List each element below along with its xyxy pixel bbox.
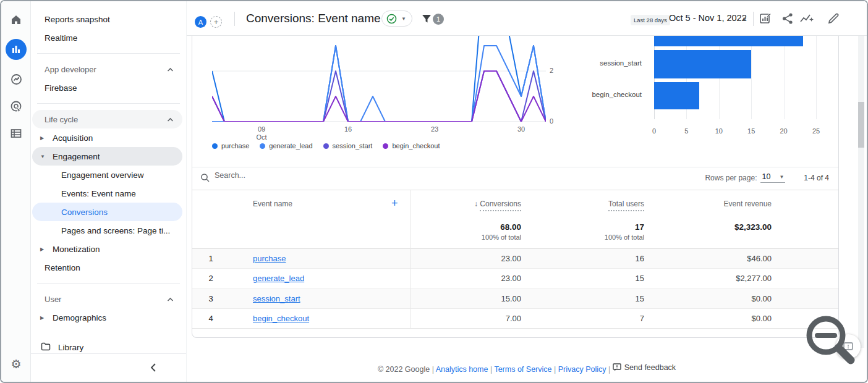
bar-begin_checkout[interactable] bbox=[654, 82, 699, 109]
sidebar-item-engagement-overview[interactable]: Engagement overview bbox=[32, 166, 182, 184]
bar-x-axis-tick: 15 bbox=[742, 127, 760, 135]
rows-per-page-select[interactable]: 10 ▼ bbox=[760, 172, 785, 183]
legend-item-generate_lead[interactable]: generate_lead bbox=[260, 142, 312, 149]
report-header: A + Conversions: Event name ▼ 1 Last 28 … bbox=[187, 1, 867, 36]
table-totals-row: 68.00 100% of total 17 100% of total $2,… bbox=[192, 217, 839, 248]
search-icon bbox=[200, 173, 210, 185]
totals-conversions-pct: 100% of total bbox=[411, 234, 521, 241]
sidebar-item-label: Engagement overview bbox=[61, 170, 144, 180]
edit-pencil-icon[interactable] bbox=[827, 12, 840, 25]
legend-item-purchase[interactable]: purchase bbox=[212, 142, 249, 149]
insights-icon[interactable] bbox=[799, 12, 813, 25]
sidebar-item-monetization[interactable]: ▶Monetization bbox=[32, 240, 182, 258]
sidebar-item-pages-and-screens-page-ti[interactable]: Pages and screens: Page ti... bbox=[32, 221, 182, 240]
legend-item-begin_checkout[interactable]: begin_checkout bbox=[383, 142, 440, 149]
column-header-total-users[interactable]: Total users bbox=[528, 200, 651, 208]
total-users-cell: 15 bbox=[528, 294, 651, 303]
home-icon[interactable] bbox=[1, 6, 31, 33]
legend-label: begin_checkout bbox=[392, 142, 440, 149]
property-avatar[interactable]: A bbox=[195, 16, 206, 28]
bar-x-axis-tick: 0 bbox=[645, 127, 663, 135]
conversions-cell: 15.00 bbox=[411, 294, 528, 303]
legend-dot-icon bbox=[323, 143, 329, 149]
share-icon[interactable] bbox=[781, 12, 794, 25]
sidebar-item-reports-snapshot[interactable]: Reports snapshot bbox=[32, 10, 182, 28]
sidebar-item-demographics[interactable]: ▶Demographics bbox=[32, 308, 182, 327]
sidebar-item-realtime[interactable]: Realtime bbox=[32, 28, 182, 47]
sidebar-item-label: Demographics bbox=[53, 313, 106, 322]
sidebar-item-conversions[interactable]: Conversions bbox=[32, 203, 182, 221]
valid-check-icon bbox=[386, 14, 397, 24]
column-header-conversions[interactable]: ↓ Conversions bbox=[411, 200, 528, 208]
sidebar-item-label: Events: Event name bbox=[61, 189, 136, 198]
sidebar-spacer bbox=[31, 327, 186, 338]
sidebar-item-acquisition[interactable]: ▶Acquisition bbox=[32, 128, 182, 147]
event-name-cell: session_start bbox=[229, 294, 411, 303]
bar-generate_lead[interactable] bbox=[654, 36, 803, 46]
search-input[interactable] bbox=[215, 171, 400, 180]
sidebar-divider bbox=[37, 103, 180, 104]
date-range-selector[interactable]: Oct 5 - Nov 1, 2022 bbox=[669, 13, 747, 23]
sidebar-item-engagement[interactable]: ▼Engagement bbox=[32, 147, 182, 166]
bar-x-axis-tick: 25 bbox=[807, 127, 825, 135]
totals-users-pct: 100% of total bbox=[528, 234, 644, 241]
add-comparison-button[interactable]: + bbox=[210, 16, 222, 28]
collapse-sidebar-icon[interactable] bbox=[149, 363, 158, 374]
sidebar-item-firebase[interactable]: Firebase bbox=[32, 78, 182, 97]
column-header-event-name[interactable]: Event name bbox=[229, 200, 411, 208]
sidebar-item-events-event-name[interactable]: Events: Event name bbox=[32, 184, 182, 203]
settings-gear-icon[interactable]: ⚙ bbox=[1, 357, 31, 371]
footer-link-terms-of-service[interactable]: Terms of Service bbox=[494, 364, 551, 373]
tree-collapsed-icon: ▶ bbox=[40, 135, 44, 141]
tree-expanded-icon: ▼ bbox=[40, 154, 45, 159]
legend-label: session_start bbox=[333, 142, 373, 149]
bar-x-axis-tick: 5 bbox=[677, 127, 696, 135]
sidebar-item-retention[interactable]: Retention bbox=[32, 258, 182, 277]
sidebar-section-app-developer[interactable]: App developer bbox=[32, 60, 182, 78]
sidebar-section-life-cycle[interactable]: Life cycle bbox=[32, 110, 182, 128]
sidebar-item-library[interactable]: Library bbox=[31, 338, 186, 356]
sort-descending-icon: ↓ bbox=[474, 200, 478, 208]
row-number: 2 bbox=[192, 274, 229, 283]
total-users-cell: 7 bbox=[528, 314, 651, 323]
event-link-begin_checkout[interactable]: begin_checkout bbox=[253, 314, 309, 323]
add-column-button[interactable]: + bbox=[391, 198, 398, 209]
footer-separator: | bbox=[552, 364, 558, 373]
rows-per-page-caret-icon: ▼ bbox=[779, 174, 784, 180]
filter-count-badge[interactable]: 1 bbox=[433, 14, 444, 25]
explore-icon[interactable] bbox=[1, 65, 31, 93]
chevron-up-icon bbox=[167, 65, 174, 74]
feedback-bubble-button[interactable] bbox=[836, 334, 861, 359]
sidebar-item-label: Engagement bbox=[53, 152, 100, 161]
main-content: A + Conversions: Event name ▼ 1 Last 28 … bbox=[187, 1, 867, 382]
legend-label: purchase bbox=[221, 142, 249, 149]
scrollbar-track[interactable] bbox=[858, 36, 864, 348]
sidebar-section-user[interactable]: User bbox=[32, 290, 182, 308]
feedback-icon bbox=[613, 363, 621, 371]
data-quality-chip[interactable]: ▼ bbox=[381, 11, 412, 27]
customize-report-icon[interactable] bbox=[759, 12, 772, 25]
column-header-event-revenue[interactable]: Event revenue bbox=[651, 200, 839, 208]
bar-category-label: session_start bbox=[600, 59, 642, 67]
conversions-bar-chart: 0510152025session_startbegin_checkout bbox=[192, 36, 839, 138]
scrollbar-thumb[interactable] bbox=[858, 102, 864, 148]
event-link-generate_lead[interactable]: generate_lead bbox=[253, 274, 304, 283]
reports-icon-active[interactable] bbox=[1, 33, 31, 65]
admin-table-icon[interactable] bbox=[1, 120, 31, 147]
bar-session_start[interactable] bbox=[654, 50, 751, 78]
event-revenue-cell: $0.00 bbox=[651, 314, 839, 323]
tree-collapsed-icon: ▶ bbox=[40, 315, 44, 321]
legend-item-session_start[interactable]: session_start bbox=[323, 142, 373, 149]
footer-link-privacy-policy[interactable]: Privacy Policy bbox=[558, 364, 606, 373]
event-revenue-cell: $46.00 bbox=[651, 254, 839, 263]
chevron-down-icon: ▼ bbox=[401, 16, 406, 22]
filter-funnel-icon[interactable] bbox=[421, 13, 432, 27]
event-link-session_start[interactable]: session_start bbox=[253, 294, 300, 303]
event-link-purchase[interactable]: purchase bbox=[253, 254, 286, 263]
bar-x-axis-tick: 10 bbox=[710, 127, 728, 135]
sidebar-item-label: Retention bbox=[45, 263, 80, 272]
advertising-icon[interactable] bbox=[1, 93, 31, 120]
footer-link-analytics-home[interactable]: Analytics home bbox=[436, 364, 488, 373]
send-feedback-button[interactable]: Send feedback bbox=[613, 363, 676, 372]
table-header-row: Event name ↓ Conversions Total users Eve… bbox=[192, 190, 839, 217]
